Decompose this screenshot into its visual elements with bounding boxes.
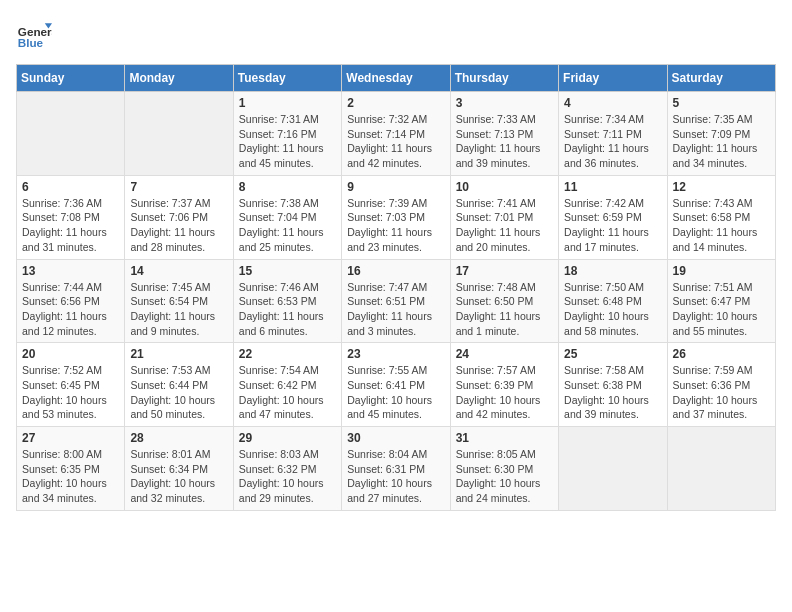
calendar-cell: 31Sunrise: 8:05 AMSunset: 6:30 PMDayligh…	[450, 427, 558, 511]
day-header-sunday: Sunday	[17, 65, 125, 92]
calendar-cell: 3Sunrise: 7:33 AMSunset: 7:13 PMDaylight…	[450, 92, 558, 176]
day-number: 8	[239, 180, 336, 194]
day-number: 22	[239, 347, 336, 361]
logo-icon: General Blue	[16, 16, 52, 52]
day-info: Sunrise: 7:46 AMSunset: 6:53 PMDaylight:…	[239, 280, 336, 339]
calendar-cell: 15Sunrise: 7:46 AMSunset: 6:53 PMDayligh…	[233, 259, 341, 343]
day-info: Sunrise: 7:41 AMSunset: 7:01 PMDaylight:…	[456, 196, 553, 255]
day-header-monday: Monday	[125, 65, 233, 92]
calendar-cell: 6Sunrise: 7:36 AMSunset: 7:08 PMDaylight…	[17, 175, 125, 259]
day-number: 29	[239, 431, 336, 445]
calendar-cell: 28Sunrise: 8:01 AMSunset: 6:34 PMDayligh…	[125, 427, 233, 511]
day-number: 10	[456, 180, 553, 194]
day-info: Sunrise: 7:48 AMSunset: 6:50 PMDaylight:…	[456, 280, 553, 339]
calendar-cell	[17, 92, 125, 176]
day-info: Sunrise: 7:31 AMSunset: 7:16 PMDaylight:…	[239, 112, 336, 171]
day-number: 24	[456, 347, 553, 361]
svg-text:Blue: Blue	[18, 36, 44, 49]
week-row-3: 13Sunrise: 7:44 AMSunset: 6:56 PMDayligh…	[17, 259, 776, 343]
calendar-cell	[667, 427, 775, 511]
day-info: Sunrise: 7:34 AMSunset: 7:11 PMDaylight:…	[564, 112, 661, 171]
day-number: 27	[22, 431, 119, 445]
day-number: 25	[564, 347, 661, 361]
day-number: 13	[22, 264, 119, 278]
day-number: 5	[673, 96, 770, 110]
day-info: Sunrise: 7:57 AMSunset: 6:39 PMDaylight:…	[456, 363, 553, 422]
day-number: 4	[564, 96, 661, 110]
day-number: 31	[456, 431, 553, 445]
day-info: Sunrise: 7:32 AMSunset: 7:14 PMDaylight:…	[347, 112, 444, 171]
calendar-table: SundayMondayTuesdayWednesdayThursdayFrid…	[16, 64, 776, 511]
calendar-cell: 13Sunrise: 7:44 AMSunset: 6:56 PMDayligh…	[17, 259, 125, 343]
day-info: Sunrise: 7:42 AMSunset: 6:59 PMDaylight:…	[564, 196, 661, 255]
day-header-tuesday: Tuesday	[233, 65, 341, 92]
day-number: 6	[22, 180, 119, 194]
calendar-cell: 1Sunrise: 7:31 AMSunset: 7:16 PMDaylight…	[233, 92, 341, 176]
week-row-1: 1Sunrise: 7:31 AMSunset: 7:16 PMDaylight…	[17, 92, 776, 176]
calendar-cell: 16Sunrise: 7:47 AMSunset: 6:51 PMDayligh…	[342, 259, 450, 343]
calendar-cell: 8Sunrise: 7:38 AMSunset: 7:04 PMDaylight…	[233, 175, 341, 259]
day-info: Sunrise: 7:52 AMSunset: 6:45 PMDaylight:…	[22, 363, 119, 422]
day-number: 23	[347, 347, 444, 361]
day-info: Sunrise: 7:47 AMSunset: 6:51 PMDaylight:…	[347, 280, 444, 339]
page-header: General Blue	[16, 16, 776, 52]
calendar-cell: 7Sunrise: 7:37 AMSunset: 7:06 PMDaylight…	[125, 175, 233, 259]
logo: General Blue	[16, 16, 56, 52]
calendar-cell: 20Sunrise: 7:52 AMSunset: 6:45 PMDayligh…	[17, 343, 125, 427]
day-info: Sunrise: 7:36 AMSunset: 7:08 PMDaylight:…	[22, 196, 119, 255]
week-row-4: 20Sunrise: 7:52 AMSunset: 6:45 PMDayligh…	[17, 343, 776, 427]
calendar-cell: 11Sunrise: 7:42 AMSunset: 6:59 PMDayligh…	[559, 175, 667, 259]
day-info: Sunrise: 8:00 AMSunset: 6:35 PMDaylight:…	[22, 447, 119, 506]
day-header-friday: Friday	[559, 65, 667, 92]
calendar-cell: 30Sunrise: 8:04 AMSunset: 6:31 PMDayligh…	[342, 427, 450, 511]
day-number: 12	[673, 180, 770, 194]
calendar-cell: 12Sunrise: 7:43 AMSunset: 6:58 PMDayligh…	[667, 175, 775, 259]
day-info: Sunrise: 8:01 AMSunset: 6:34 PMDaylight:…	[130, 447, 227, 506]
calendar-cell: 25Sunrise: 7:58 AMSunset: 6:38 PMDayligh…	[559, 343, 667, 427]
calendar-cell: 23Sunrise: 7:55 AMSunset: 6:41 PMDayligh…	[342, 343, 450, 427]
day-number: 15	[239, 264, 336, 278]
day-number: 9	[347, 180, 444, 194]
day-info: Sunrise: 7:39 AMSunset: 7:03 PMDaylight:…	[347, 196, 444, 255]
day-info: Sunrise: 7:33 AMSunset: 7:13 PMDaylight:…	[456, 112, 553, 171]
day-info: Sunrise: 7:53 AMSunset: 6:44 PMDaylight:…	[130, 363, 227, 422]
day-info: Sunrise: 7:58 AMSunset: 6:38 PMDaylight:…	[564, 363, 661, 422]
day-number: 16	[347, 264, 444, 278]
day-info: Sunrise: 7:59 AMSunset: 6:36 PMDaylight:…	[673, 363, 770, 422]
day-info: Sunrise: 7:54 AMSunset: 6:42 PMDaylight:…	[239, 363, 336, 422]
week-row-5: 27Sunrise: 8:00 AMSunset: 6:35 PMDayligh…	[17, 427, 776, 511]
day-number: 1	[239, 96, 336, 110]
calendar-cell: 19Sunrise: 7:51 AMSunset: 6:47 PMDayligh…	[667, 259, 775, 343]
day-header-thursday: Thursday	[450, 65, 558, 92]
calendar-cell: 5Sunrise: 7:35 AMSunset: 7:09 PMDaylight…	[667, 92, 775, 176]
calendar-cell: 26Sunrise: 7:59 AMSunset: 6:36 PMDayligh…	[667, 343, 775, 427]
calendar-cell: 27Sunrise: 8:00 AMSunset: 6:35 PMDayligh…	[17, 427, 125, 511]
day-number: 7	[130, 180, 227, 194]
day-number: 19	[673, 264, 770, 278]
day-number: 11	[564, 180, 661, 194]
day-info: Sunrise: 7:50 AMSunset: 6:48 PMDaylight:…	[564, 280, 661, 339]
day-number: 28	[130, 431, 227, 445]
calendar-cell: 2Sunrise: 7:32 AMSunset: 7:14 PMDaylight…	[342, 92, 450, 176]
calendar-cell: 18Sunrise: 7:50 AMSunset: 6:48 PMDayligh…	[559, 259, 667, 343]
day-info: Sunrise: 7:51 AMSunset: 6:47 PMDaylight:…	[673, 280, 770, 339]
day-info: Sunrise: 8:03 AMSunset: 6:32 PMDaylight:…	[239, 447, 336, 506]
calendar-cell: 17Sunrise: 7:48 AMSunset: 6:50 PMDayligh…	[450, 259, 558, 343]
calendar-cell: 14Sunrise: 7:45 AMSunset: 6:54 PMDayligh…	[125, 259, 233, 343]
day-number: 30	[347, 431, 444, 445]
day-info: Sunrise: 7:35 AMSunset: 7:09 PMDaylight:…	[673, 112, 770, 171]
week-row-2: 6Sunrise: 7:36 AMSunset: 7:08 PMDaylight…	[17, 175, 776, 259]
calendar-cell: 22Sunrise: 7:54 AMSunset: 6:42 PMDayligh…	[233, 343, 341, 427]
calendar-cell: 21Sunrise: 7:53 AMSunset: 6:44 PMDayligh…	[125, 343, 233, 427]
day-number: 18	[564, 264, 661, 278]
day-number: 3	[456, 96, 553, 110]
day-number: 21	[130, 347, 227, 361]
day-header-saturday: Saturday	[667, 65, 775, 92]
day-number: 14	[130, 264, 227, 278]
days-header-row: SundayMondayTuesdayWednesdayThursdayFrid…	[17, 65, 776, 92]
day-number: 17	[456, 264, 553, 278]
day-info: Sunrise: 8:04 AMSunset: 6:31 PMDaylight:…	[347, 447, 444, 506]
calendar-cell: 9Sunrise: 7:39 AMSunset: 7:03 PMDaylight…	[342, 175, 450, 259]
day-info: Sunrise: 7:55 AMSunset: 6:41 PMDaylight:…	[347, 363, 444, 422]
calendar-cell: 24Sunrise: 7:57 AMSunset: 6:39 PMDayligh…	[450, 343, 558, 427]
